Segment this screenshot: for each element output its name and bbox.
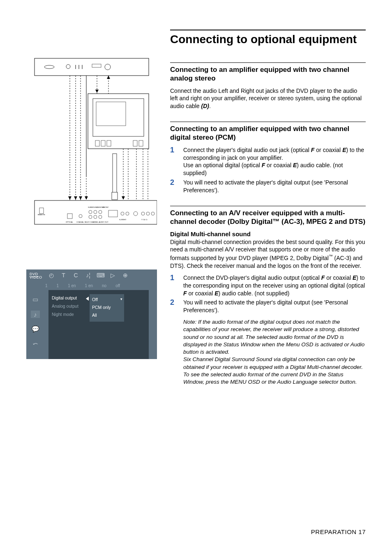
svg-point-31 [146,212,150,215]
svg-point-23 [89,215,92,219]
step-number: 2 [170,299,178,386]
svg-point-21 [94,210,97,214]
svg-text:FRONT: FRONT [103,206,109,208]
svg-point-25 [99,215,102,219]
play-icon: ▷ [110,272,116,279]
svg-rect-14 [133,140,137,146]
left-column: SURROUND CENTER FRONT OPTICAL COAXIAL MU… [26,30,157,397]
back-icon: ⤺ [31,340,40,348]
note-text: To see the selected audio format of the … [183,371,366,386]
section-body: Connect the audio Left and Right out jac… [170,87,366,111]
step-2: 2 You will need to activate the player's… [170,179,366,194]
svg-point-30 [141,212,145,215]
note-text: Six Channel Digital Surround Sound via d… [183,356,366,371]
svg-marker-51 [122,196,125,200]
chapter-icon: C [73,272,79,279]
svg-rect-10 [96,102,126,126]
svg-point-27 [121,212,124,215]
menu-item-digital-output: Digital output [52,294,83,302]
picture-settings-icon: ▭ [31,296,40,303]
svg-marker-48 [74,196,77,200]
language-settings-icon: 💬 [31,325,40,333]
page-title: Connecting to optional equipment [170,33,366,46]
osd-status-row: 1 1 1 en 1 en no off [26,281,157,290]
svg-point-32 [151,212,154,215]
section-heading: Connecting to an amplifier equipped with… [170,65,366,83]
sound-settings-icon: ♪ [31,311,40,318]
svg-rect-40 [113,154,117,195]
osd-options-dropdown: ▾ Off PCM only All [90,294,124,322]
svg-rect-13 [107,140,111,146]
svg-point-19 [79,214,82,218]
svg-point-29 [134,212,138,216]
step-1: 1 Connect the DVD-player's digital audio… [170,274,366,297]
option-all: All [92,311,122,319]
equalizer-icon: ♪¦ [85,272,92,279]
svg-point-28 [126,212,129,215]
dvd-logo: DVD VIDEO [30,272,42,279]
svg-text:REMOTE: REMOTE [38,214,45,216]
svg-rect-41 [112,192,118,200]
svg-rect-0 [35,58,149,76]
right-column: Connecting to optional equipment Connect… [170,30,366,397]
step-text: Connect the DVD-player's digital audio o… [183,274,366,297]
osd-top-bar: DVD VIDEO ◴ T C ♪¦ ⌨ ▷ ⊕ [26,269,157,281]
page-footer: PREPARATION 17 [311,528,366,535]
osd-side-icons: ▭ ♪ 💬 ⤺ [26,290,44,359]
svg-rect-4 [92,64,101,67]
status-val: 1 en [68,283,76,288]
svg-point-24 [94,215,97,219]
status-val: 1 en [85,283,93,288]
svg-point-20 [89,210,92,214]
subsection-heading: Digital Multi-channel sound [170,230,366,237]
svg-rect-12 [101,140,105,146]
option-pcm-only: PCM only [92,304,122,311]
svg-marker-52 [95,90,99,93]
step-2: 2 You will need to activate the player's… [170,299,366,386]
menu-item-analog-output: Analog output [52,302,83,311]
step-number: 1 [170,146,178,177]
svg-rect-11 [95,140,99,146]
section-heading: Connecting to an A/V receiver equipped w… [170,209,366,226]
svg-text:S-VIDEO: S-VIDEO [119,219,127,221]
step-number: 2 [170,179,178,194]
status-val: 1 [45,283,48,288]
svg-marker-47 [68,196,71,200]
note-text: Note: If the audio format of the digital… [183,318,366,356]
status-val: no [102,283,106,288]
svg-rect-18 [67,214,72,219]
step-number: 1 [170,274,178,297]
svg-point-1 [44,65,54,69]
section-heading: Connecting to an amplifier equipped with… [170,124,366,142]
svg-text:MULTI CHANNEL AUDIO OUT: MULTI CHANNEL AUDIO OUT [85,221,108,223]
osd-menu-screenshot: DVD VIDEO ◴ T C ♪¦ ⌨ ▷ ⊕ 1 1 1 en 1 en [26,269,157,359]
chevron-down-icon: ▾ [120,296,122,302]
svg-rect-26 [108,210,118,217]
option-off: Off [92,296,122,304]
section-av-receiver: Connecting to an A/V receiver equipped w… [170,206,366,386]
osd-submenu: Digital output Analog output Night mode [48,290,86,359]
osd-options-panel: ▾ Off PCM only All [86,290,149,359]
status-val: 1 [57,283,59,288]
svg-point-22 [99,210,102,214]
svg-point-3 [105,64,111,70]
svg-point-2 [66,64,70,69]
svg-rect-9 [93,99,144,136]
status-val: off [115,283,120,288]
section-digital-pcm: Connecting to an amplifier equipped with… [170,122,366,194]
svg-rect-15 [139,140,143,146]
menu-item-night-mode: Night mode [52,311,83,319]
title-icon: T [60,272,67,279]
svg-marker-50 [85,196,88,200]
subtitle-icon: ⌨ [97,272,104,279]
section-analog-stereo: Connecting to an amplifier equipped with… [170,62,366,110]
step-text: You will need to activate the player's d… [183,179,366,194]
svg-text:OPTICAL: OPTICAL [66,221,74,223]
svg-rect-17 [39,208,44,214]
svg-text:SURROUND: SURROUND [88,206,98,208]
clock-icon: ◴ [48,272,55,279]
section-body: Digital multi-channel connection provide… [170,238,366,270]
svg-marker-49 [79,196,82,200]
connection-diagram: SURROUND CENTER FRONT OPTICAL COAXIAL MU… [26,53,157,250]
step-text: You will need to activate the player's d… [183,299,366,386]
